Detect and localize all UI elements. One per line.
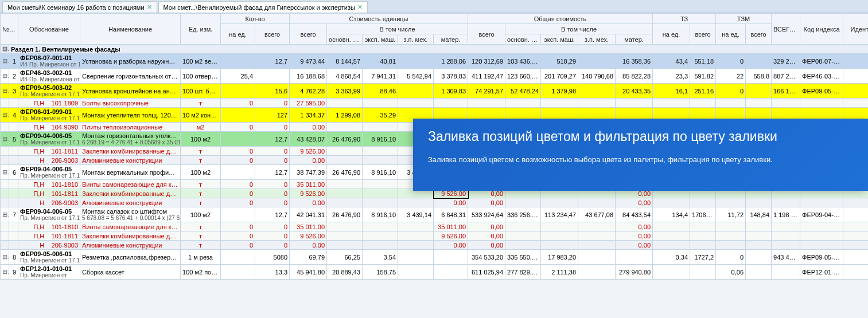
cell-tmv — [746, 54, 772, 69]
cell-kv — [255, 69, 290, 84]
cell-ek — [363, 231, 398, 241]
col-naim[interactable]: Наименование — [80, 14, 181, 45]
tab-1-label: Мои сметы\К семинару 16 работа с позиция… — [7, 4, 145, 11]
table-row[interactable]: Н 206-9003Алюминиевые конструкциит000,00… — [1, 198, 869, 207]
col-tmv[interactable]: всего — [746, 24, 772, 45]
row-name: Установка и разборка наружных инвентарны… — [80, 54, 181, 69]
cell-osn: 26 476,90 — [327, 165, 363, 180]
cell-naed: 0 — [221, 241, 255, 250]
cell-omx — [578, 198, 616, 207]
cell-v: 0,00 — [290, 156, 327, 165]
tab-2[interactable]: Мои смет...\Венилируемый фасад для Гипер… — [158, 1, 368, 13]
col-vsego3[interactable]: всего — [468, 24, 505, 45]
col-kolvo[interactable]: Кол-во — [221, 14, 290, 24]
col-sted[interactable]: Стоимость единицы — [290, 14, 468, 24]
row-obosn: ФЕР09-05-006-01Пр. Минрегион от 17.11.08… — [18, 250, 80, 265]
table-row[interactable]: П,Н 101-1811Заклепки комбинированные для… — [1, 231, 869, 241]
col-tzv[interactable]: всего — [690, 24, 716, 45]
table-row[interactable]: ⊞2ФЕР46-03-002-01И8-Пр. Минрегиона от 29… — [1, 69, 869, 84]
col-npp[interactable]: № п.п — [1, 14, 18, 45]
col-ed[interactable]: Ед. изм. — [181, 14, 221, 45]
cell-oek — [541, 198, 578, 207]
table-row[interactable]: П,Н 101-1810Винты самонарезающие для кре… — [1, 222, 869, 231]
cell-kv: 0 — [255, 241, 290, 250]
cell-ed: 100 м2 — [181, 132, 221, 147]
col-osn2[interactable]: основн. з.п. — [505, 34, 541, 45]
cell-mx — [398, 84, 434, 99]
col-vtc[interactable]: В том числе — [327, 24, 468, 34]
col-obosn[interactable]: Обоснование — [18, 14, 80, 45]
cell-tme: 0 — [716, 84, 746, 99]
cell-tzv — [690, 241, 716, 250]
cell-osn — [327, 99, 363, 108]
expand-icon[interactable]: ⊞ — [1, 165, 9, 180]
cell-mt: 0,00 — [434, 241, 468, 250]
table-row[interactable]: ⊞7ФЕР09-04-006-05Пр. Минрегион от 17.11.… — [1, 207, 869, 222]
col-vsego[interactable]: всего — [255, 24, 290, 45]
section-row[interactable]: ⊟ Раздел 1. Вентилируемые фасады — [1, 45, 869, 54]
cell-osn — [327, 241, 363, 250]
col-tz[interactable]: ТЗ — [653, 14, 716, 24]
cell-oos — [505, 231, 541, 241]
col-tze[interactable]: на ед. — [653, 24, 690, 45]
grid-header: № п.п Обоснование Наименование Ед. изм. … — [1, 14, 869, 45]
table-row[interactable]: Н 206-9003Алюминиевые конструкциит000,00… — [1, 241, 869, 250]
expand-icon[interactable]: ⊞ — [1, 265, 9, 280]
cell-tme — [716, 222, 746, 231]
cell-ov: 354 533,20 — [468, 250, 505, 265]
col-tme[interactable]: на ед. — [716, 24, 746, 45]
col-mex2[interactable]: з.п. мех. — [578, 34, 616, 45]
expand-icon[interactable]: ⊞ — [1, 108, 9, 123]
cell-v: 9 526,00 — [290, 231, 327, 241]
tab-1[interactable]: Мои сметы\К семинару 16 работа с позиция… — [2, 1, 157, 13]
col-obst[interactable]: Общая стоимость — [468, 14, 653, 24]
cell-v: 69,79 — [290, 250, 327, 265]
cell-ed: 100 шт. болтов — [181, 84, 221, 99]
cell-zat: 887 205,35 — [772, 69, 800, 84]
col-mex[interactable]: з.п. мех. — [398, 34, 434, 45]
table-row[interactable]: ⊞3ФЕР09-05-003-02Пр. Минрегион от 17.11.… — [1, 84, 869, 99]
close-icon[interactable]: ✕ — [357, 3, 363, 11]
col-vsego2[interactable]: всего — [290, 24, 327, 45]
col-vsegozat[interactable]: ВСЕГО затрат — [772, 14, 800, 45]
close-icon[interactable]: ✕ — [147, 3, 152, 11]
row-obosn: ФЕР09-04-006-05Пр. Минрегион от 17.11.08… — [18, 165, 80, 180]
cell-tmv — [746, 99, 772, 108]
col-kod[interactable]: Код индекса — [800, 14, 843, 45]
col-naed[interactable]: на ед. — [221, 24, 255, 45]
expand-icon[interactable]: ⊞ — [1, 132, 9, 147]
cell-ed: 100 м2 покрытия — [181, 265, 221, 280]
expand-icon[interactable]: ⊞ — [1, 54, 9, 69]
cell-naed — [221, 84, 255, 99]
col-eksp2[interactable]: эксп. маш. — [541, 34, 578, 45]
cell-oos: 336 256,63 — [505, 207, 541, 222]
cell-tmv: 558,8 — [746, 69, 772, 84]
table-row[interactable]: ⊞8ФЕР09-05-006-01Пр. Минрегион от 17.11.… — [1, 250, 869, 265]
col-osn[interactable]: основн. з.п. — [327, 34, 363, 45]
expand-icon[interactable]: ⊞ — [1, 84, 9, 99]
col-ident[interactable]: Идентифи катор — [843, 14, 868, 45]
cell-naed: 0 — [221, 147, 255, 156]
row-obosn: П,Н 101-1811 — [18, 189, 80, 198]
cell-tzv — [690, 231, 716, 241]
col-mat2[interactable]: матер. — [616, 34, 653, 45]
cell-omt: 0,00 — [616, 222, 653, 231]
col-eksp[interactable]: эксп. маш. — [363, 34, 398, 45]
table-row[interactable]: П,Н 101-1809Болты высокопрочныет0027 595… — [1, 99, 869, 108]
table-row[interactable]: ⊞1ФЕР08-07-001-01И4-Пр. Минрегион от 13.… — [1, 54, 869, 69]
col-vtc2[interactable]: В том числе — [505, 24, 653, 34]
col-tzm[interactable]: ТЗМ — [716, 14, 772, 24]
cell-v: 27 595,00 — [290, 99, 327, 108]
collapse-icon[interactable]: ⊟ — [1, 45, 9, 54]
cell-v: 9 473,44 — [290, 54, 327, 69]
row-name: Монтаж утеплителя толщ. 120мм на тарельч… — [80, 108, 181, 123]
expand-icon[interactable]: ⊞ — [1, 207, 9, 222]
cell-naed — [221, 265, 255, 280]
expand-icon[interactable]: ⊞ — [1, 69, 9, 84]
cell-kv: 13,3 — [255, 265, 290, 280]
expand-icon[interactable]: ⊞ — [1, 250, 9, 265]
col-mat[interactable]: матер. — [434, 34, 468, 45]
cell-naed — [221, 165, 255, 180]
cell-kv: 0 — [255, 231, 290, 241]
table-row[interactable]: ⊞9ФЕР12-01-010-01Пр. Минрегион отСборка … — [1, 265, 869, 280]
